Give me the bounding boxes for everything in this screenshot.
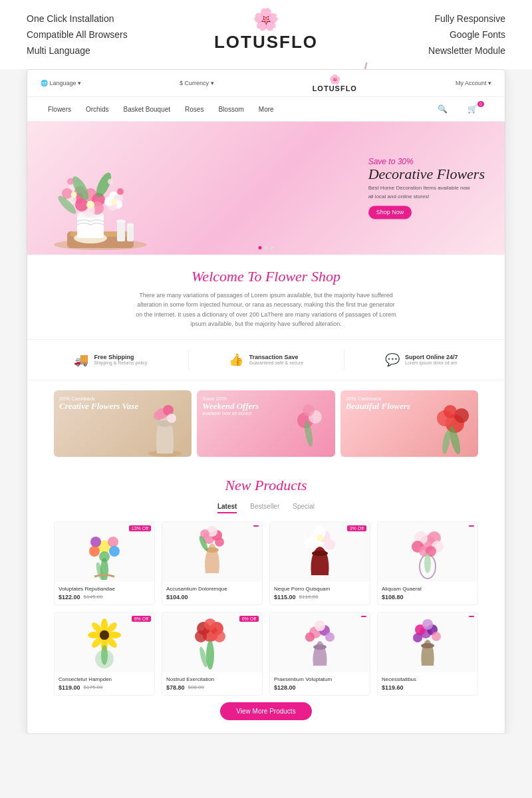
- product-prices-6: $78.80 $86.00: [166, 684, 258, 691]
- product-flower-svg-5: [81, 614, 128, 670]
- product-badge-4: [469, 525, 474, 527]
- language-selector[interactable]: 🌐 Language ▾: [41, 80, 81, 86]
- promo-card-1[interactable]: 20% Cashback Creative Flowers Vase: [54, 390, 192, 457]
- svg-point-78: [154, 411, 163, 420]
- svg-point-109: [305, 538, 315, 549]
- hero-dot-3[interactable]: [271, 246, 274, 249]
- support-title: Suport Online 24/7: [405, 354, 458, 360]
- product-img-7: [270, 612, 370, 672]
- promo-banners: 20% Cashback Creative Flowers Vase Save …: [27, 390, 505, 467]
- hero-dot-2[interactable]: [265, 246, 268, 249]
- features-row: 🚚 Free Shipping Shipping & Returns polic…: [27, 339, 505, 380]
- feature-divider-1: [188, 350, 189, 370]
- promo-sub-2: available now all stores!: [202, 411, 259, 416]
- hero-dots: [259, 246, 274, 249]
- top-left-features: One Click Installation Compatible All Br…: [27, 13, 128, 56]
- product-info-1: Voluptates Reputiandae $122.00 $145.00: [55, 582, 154, 604]
- promo-card-2[interactable]: Save 20% Weekend Offers available now al…: [197, 390, 334, 457]
- tab-bestseller[interactable]: Bestseller: [250, 501, 279, 513]
- product-old-price-5: $175.00: [84, 684, 103, 690]
- product-info-8: Necessitatibus $119.60: [378, 672, 477, 695]
- product-prices-7: $128.00: [274, 684, 366, 691]
- svg-point-119: [424, 553, 431, 573]
- svg-point-65: [111, 199, 116, 204]
- svg-point-91: [90, 537, 101, 547]
- product-img-2: [162, 522, 262, 582]
- svg-point-50: [86, 201, 94, 209]
- product-name-2: Accusantium Doloremque: [166, 586, 258, 592]
- product-prices-2: $104.00: [166, 594, 258, 600]
- hero-banner: Save to 30% Decorative Flowers Best Home…: [27, 122, 505, 255]
- hero-shop-now-button[interactable]: Shop Now: [368, 206, 412, 219]
- promo-red-flowers-svg: [418, 390, 478, 457]
- main-logo-area: 🌸 LOTUSFLO: [214, 7, 318, 53]
- top-right-features: Fully Responsive Google Fonts Newsletter…: [428, 13, 505, 56]
- feature-compatible: Compatible All Browsers: [27, 29, 128, 40]
- product-flower-svg-4: [404, 523, 451, 580]
- top-bar: One Click Installation Compatible All Br…: [0, 0, 532, 63]
- nav-item-orchids[interactable]: Orchids: [78, 102, 116, 116]
- promo-title-2: Weekend Offers: [202, 402, 259, 411]
- svg-point-138: [206, 640, 214, 670]
- product-price-1: $122.00: [59, 594, 80, 600]
- promo-overlay-1: 20% Cashback Creative Flowers Vase: [59, 396, 138, 411]
- product-price-3: $115.00: [274, 594, 296, 600]
- product-info-2: Accusantium Doloremque $104.00: [162, 582, 262, 604]
- feature-fonts: Google Fonts: [428, 29, 505, 40]
- hero-dot-1[interactable]: [259, 246, 262, 249]
- feature-shipping: 🚚 Free Shipping Shipping & Returns polic…: [74, 350, 147, 370]
- svg-rect-43: [77, 215, 104, 238]
- nav-item-more[interactable]: More: [251, 102, 281, 116]
- svg-point-130: [100, 630, 109, 640]
- support-icon: 💬: [385, 352, 400, 367]
- currency-selector[interactable]: $ Currency ▾: [180, 80, 214, 86]
- svg-rect-69: [117, 221, 125, 241]
- my-account-button[interactable]: My Account ▾: [456, 80, 491, 86]
- cart-icon[interactable]: 🛒0: [460, 101, 491, 117]
- nav-item-flowers[interactable]: Flowers: [41, 102, 78, 116]
- feature-support: 💬 Suport Online 24/7 Lorem ipsum dolor s…: [385, 350, 458, 370]
- svg-point-145: [325, 632, 334, 642]
- promo-card-3[interactable]: 20% Cashback Beautiful Flowers: [340, 390, 478, 457]
- hero-desc1: Best Home Decoration Items available now: [368, 186, 485, 192]
- nav-item-blossom[interactable]: Blossom: [211, 102, 251, 116]
- product-badge-6: 6% Off: [239, 616, 259, 622]
- product-flower-svg-6: [189, 614, 235, 670]
- product-card-2[interactable]: Accusantium Doloremque $104.00: [162, 521, 263, 605]
- transaction-title: Transaction Save: [249, 354, 303, 360]
- nav-item-basket[interactable]: Basket Bouquet: [116, 102, 178, 116]
- promo-flowers-svg: [285, 394, 332, 454]
- product-card-1[interactable]: 13% Off Voluptates Reputiandae: [54, 521, 155, 605]
- main-logo-text: LOTUSFLO: [214, 32, 318, 53]
- product-card-6[interactable]: 6% Off Nostrud Exercitation: [162, 612, 263, 696]
- product-info-5: Consectetur Hampden $119.00 $175.00: [55, 672, 154, 695]
- promo-overlay-2: Save 20% Weekend Offers available now al…: [202, 396, 259, 416]
- tab-latest[interactable]: Latest: [217, 501, 237, 513]
- hero-save-text: Save to 30%: [368, 157, 485, 166]
- product-flower-svg-2: [189, 523, 235, 580]
- product-name-7: Praesentium Voluptatum: [274, 676, 366, 682]
- tab-special[interactable]: Special: [293, 501, 315, 513]
- product-prices-5: $119.00 $175.00: [59, 684, 150, 691]
- view-more-button[interactable]: View More Products: [220, 702, 311, 720]
- svg-point-151: [432, 632, 441, 641]
- product-name-6: Nostrud Exercitation: [166, 676, 258, 682]
- nav-item-roses[interactable]: Roses: [178, 102, 211, 116]
- product-card-4[interactable]: Aliquam Quaerat $108.80: [377, 521, 478, 605]
- transaction-icon: 👍: [229, 352, 243, 367]
- svg-point-104: [312, 551, 328, 556]
- product-card-7[interactable]: Praesentium Voluptatum $128.00: [269, 612, 370, 696]
- product-prices-3: $115.00 $116.00: [274, 594, 366, 600]
- transaction-sub: Guaranteed safe & secure: [249, 360, 303, 365]
- product-card-5[interactable]: 8% Off: [54, 612, 155, 696]
- product-card-3[interactable]: 3% Off Neque Porro Quisquam: [269, 521, 370, 605]
- product-badge-1: 13% Off: [129, 525, 151, 531]
- svg-point-86: [444, 405, 457, 418]
- product-price-8: $119.60: [382, 684, 404, 691]
- hero-flowers-illustration: [34, 128, 167, 255]
- logo-flower-icon: 🌸: [253, 7, 279, 32]
- svg-point-66: [67, 178, 74, 185]
- product-card-8[interactable]: Necessitatibus $119.60: [377, 612, 478, 696]
- svg-point-135: [204, 618, 216, 630]
- search-icon[interactable]: 🔍: [430, 101, 455, 117]
